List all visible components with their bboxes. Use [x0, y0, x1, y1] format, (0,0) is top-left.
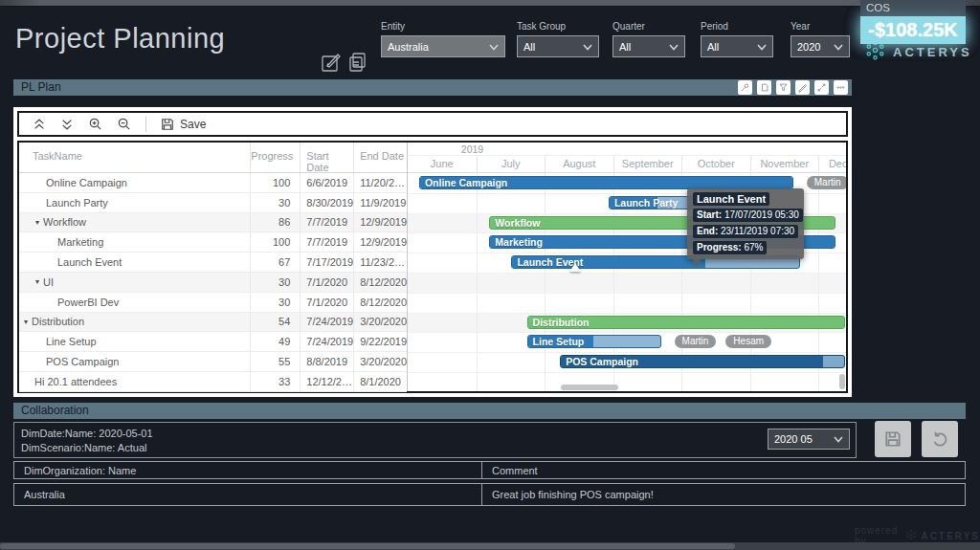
table-row[interactable]: Launch Event677/17/201911/23/2…: [19, 253, 407, 273]
collapse-toggle-icon[interactable]: ▾: [35, 277, 39, 286]
progress-cell: 100: [250, 173, 300, 192]
filter-value: All: [619, 41, 631, 53]
task-name-cell: Launch Party: [19, 193, 250, 212]
filter-label: Period: [701, 21, 773, 32]
pl-plan-header: PL Plan: [13, 79, 852, 96]
filter-dropdown[interactable]: All: [612, 35, 685, 57]
gantt-bar-label: Online Campaign: [425, 177, 507, 189]
dimscenario-line: DimScenario:Name: Actual: [21, 441, 856, 455]
gantt-bar[interactable]: Online Campaign: [419, 176, 793, 189]
timeline-year-row: 2019: [408, 143, 846, 156]
column-header-organization: DimOrganization: Name: [14, 462, 482, 478]
filter-task-group: Task GroupAll: [517, 21, 599, 57]
save-button[interactable]: Save: [161, 118, 206, 131]
resource-badge: Hesam: [725, 335, 771, 348]
top-scrollbar[interactable]: [0, 0, 980, 7]
month-gridline: [477, 173, 478, 391]
column-header-startdate[interactable]: Start Date: [300, 143, 353, 172]
row-gridline: [408, 313, 846, 314]
task-name-cell: ▾UI: [19, 273, 250, 292]
start-date-cell: 7/1/2020: [300, 293, 353, 312]
table-row[interactable]: Online Campaign1006/6/201911/20/2…: [19, 173, 407, 193]
tooltip-progress-label: Progress:: [697, 242, 742, 253]
gantt-toolbar: Save: [17, 111, 848, 137]
gantt-vertical-scrollbar[interactable]: [839, 374, 845, 389]
filter-dropdown[interactable]: Australia: [381, 35, 505, 57]
task-name: Online Campaign: [46, 177, 127, 188]
powered-by-brand: ACTERYS: [922, 531, 980, 541]
edit-icon[interactable]: [795, 80, 810, 95]
collaboration-title: Collaboration: [21, 404, 89, 417]
collapse-all-icon[interactable]: [33, 118, 46, 131]
edit-report-icon[interactable]: [320, 51, 343, 74]
table-row[interactable]: Line Setup497/24/20199/22/2019: [19, 332, 407, 352]
copy-visual-icon[interactable]: [757, 80, 771, 95]
table-row[interactable]: PowerBI Dev307/1/20208/12/2020: [19, 293, 407, 313]
toolbar-separator: [145, 117, 146, 132]
column-header-progress[interactable]: Progress: [250, 143, 300, 172]
zoom-out-icon[interactable]: [117, 117, 131, 131]
gantt-bar[interactable]: Distribution: [527, 316, 845, 329]
expand-all-icon[interactable]: [60, 118, 74, 131]
period-dropdown[interactable]: 2020 05: [768, 429, 850, 450]
table-row[interactable]: Launch Party308/30/201911/9/2019: [19, 193, 407, 213]
progress-cell: 49: [250, 332, 300, 351]
column-header-taskname[interactable]: TaskName: [19, 143, 250, 172]
chevron-down-icon: [583, 41, 592, 53]
organization-cell[interactable]: Australia: [14, 484, 482, 505]
progress-cell: 100: [250, 232, 300, 252]
table-row[interactable]: Marketing1007/7/201912/9/2019: [19, 232, 407, 253]
gantt-horizontal-scrollbar[interactable]: [561, 385, 618, 390]
table-row[interactable]: ▾UI307/1/20208/12/2020: [19, 273, 407, 293]
comment-save-button[interactable]: [875, 421, 911, 457]
collapse-toggle-icon[interactable]: ▾: [24, 318, 28, 326]
focus-mode-icon[interactable]: [814, 80, 829, 95]
table-row[interactable]: ▾Distribution547/24/20193/20/2020: [19, 313, 407, 333]
filter-dropdown[interactable]: All: [701, 35, 773, 57]
bottom-scrollbar-thumb[interactable]: [0, 543, 735, 549]
more-options-icon[interactable]: [834, 80, 848, 95]
resource-badges: MartinHesam: [675, 335, 771, 348]
filter-dropdown[interactable]: All: [517, 35, 599, 57]
start-date-cell: 7/24/2019: [300, 313, 353, 332]
pin-icon[interactable]: [738, 80, 752, 95]
filter-quarter: QuarterAll: [612, 21, 685, 57]
end-date-cell: 8/12/2020: [353, 293, 407, 312]
column-header-enddate[interactable]: End Date: [353, 143, 407, 172]
gantt-tooltip: Launch Event Start: 17/07/2019 05:30 End…: [687, 188, 804, 259]
zoom-in-icon[interactable]: [88, 117, 102, 131]
task-name: Marketing: [57, 236, 103, 248]
column-header-comment: Comment: [482, 465, 538, 476]
brand-name: ACTERYS: [893, 45, 972, 59]
end-date-cell: 8/1/2020: [353, 372, 407, 391]
filter-value: All: [523, 41, 535, 53]
filter-dropdown[interactable]: 2020: [791, 35, 850, 57]
copy-pages-icon[interactable]: [346, 51, 369, 74]
month-label: December: [818, 156, 846, 173]
row-gridline: [408, 352, 846, 353]
table-row[interactable]: ▾Workflow867/7/201912/9/2019: [19, 213, 407, 233]
bar-drag-handle[interactable]: [569, 263, 581, 272]
filter-label: Quarter: [612, 21, 685, 32]
gantt-bar[interactable]: POS Campaign: [560, 355, 845, 368]
gantt-bar[interactable]: Line Setup: [527, 335, 661, 348]
task-name-cell: Marketing: [19, 232, 250, 252]
month-label: August: [545, 156, 613, 173]
filter-icon[interactable]: [776, 80, 791, 95]
period-dropdown-value: 2020 05: [774, 433, 813, 445]
kpi-value: -$108.25K: [860, 16, 966, 44]
comment-undo-button[interactable]: [922, 421, 958, 457]
tooltip-pointer: [692, 258, 702, 273]
comment-cell[interactable]: Great job finishing POS campaign!: [482, 489, 654, 500]
table-row[interactable]: POS Campaign558/8/20193/20/2020: [19, 352, 407, 372]
chevron-down-icon: [669, 41, 679, 53]
collapse-toggle-icon[interactable]: ▾: [35, 218, 39, 227]
end-date-cell: 12/9/2019: [353, 213, 407, 232]
task-name-cell: Online Campaign: [19, 173, 250, 192]
task-name: Hi 20.1 attendees: [34, 376, 117, 387]
filter-label: Task Group: [517, 21, 599, 32]
filter-year: Year2020: [791, 21, 850, 57]
table-row[interactable]: Hi 20.1 attendees3312/12/2…8/1/2020: [19, 372, 407, 392]
end-date-cell: 11/9/2019: [353, 193, 407, 212]
gantt-main: TaskName Progress Start Date End Date On…: [17, 141, 848, 393]
